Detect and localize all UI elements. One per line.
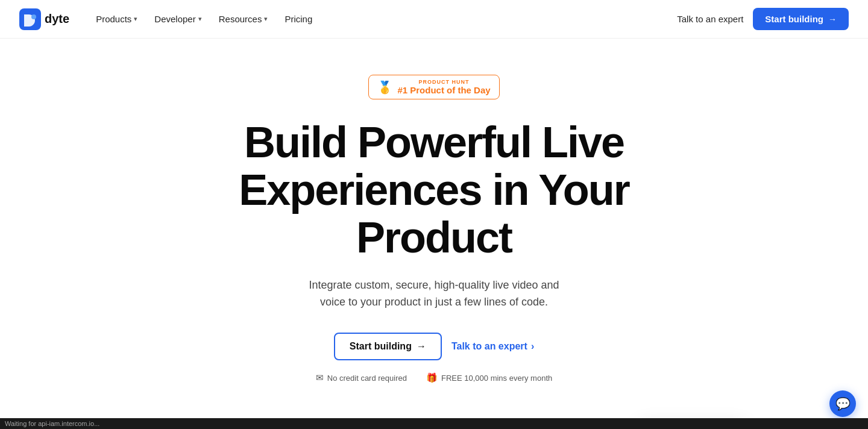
hero-start-building-button[interactable]: Start building → — [334, 333, 442, 360]
developer-chevron-icon: ▾ — [198, 15, 202, 23]
logo[interactable]: dyte — [19, 8, 69, 30]
hero-meta-free-mins: 🎁 FREE 10,000 mins every month — [426, 372, 552, 383]
product-hunt-badge: 🥇 PRODUCT HUNT #1 Product of the Day — [368, 75, 499, 99]
nav-resources[interactable]: Resources ▾ — [212, 9, 275, 29]
no-credit-card-icon: ✉ — [316, 372, 324, 383]
hero-meta-no-cc: ✉ No credit card required — [316, 372, 407, 383]
hero-actions: Start building → Talk to an expert › — [182, 333, 686, 360]
hero-heading: Build Powerful Live Experiences in Your … — [182, 119, 686, 262]
nav-left: dyte Products ▾ Developer ▾ Resources ▾ … — [19, 8, 319, 30]
nav-links: Products ▾ Developer ▾ Resources ▾ Prici… — [89, 9, 319, 29]
svg-point-1 — [31, 14, 36, 19]
free-minutes-icon: 🎁 — [426, 372, 438, 383]
ph-text: PRODUCT HUNT #1 Product of the Day — [397, 79, 490, 95]
nav-products[interactable]: Products ▾ — [89, 9, 145, 29]
hero-subtext: Integrate custom, secure, high-quality l… — [182, 277, 686, 312]
dyte-logo-icon — [19, 8, 41, 30]
resources-chevron-icon: ▾ — [264, 15, 268, 23]
talk-chevron-icon: › — [531, 341, 534, 352]
hero-talk-expert-link[interactable]: Talk to an expert › — [451, 341, 534, 352]
nav-pricing[interactable]: Pricing — [277, 9, 319, 29]
start-arrow-icon: → — [828, 14, 837, 24]
product-hunt-icon: 🥇 — [377, 80, 392, 95]
nav-right: Talk to an expert Start building → — [677, 8, 849, 30]
chat-bubble-button[interactable]: 💬 — [829, 390, 856, 417]
nav-developer[interactable]: Developer ▾ — [147, 9, 209, 29]
navbar: dyte Products ▾ Developer ▾ Resources ▾ … — [0, 0, 868, 39]
logo-text: dyte — [45, 12, 69, 26]
nav-start-building-button[interactable]: Start building → — [753, 8, 849, 30]
hero-start-arrow-icon: → — [417, 341, 426, 352]
nav-talk-expert[interactable]: Talk to an expert — [677, 14, 743, 24]
hero-section: 🥇 PRODUCT HUNT #1 Product of the Day Bui… — [163, 39, 705, 407]
hero-meta: ✉ No credit card required 🎁 FREE 10,000 … — [182, 372, 686, 383]
products-chevron-icon: ▾ — [134, 15, 137, 23]
status-bar: Waiting for api-iam.intercom.io... — [0, 418, 868, 429]
chat-icon: 💬 — [835, 396, 851, 411]
